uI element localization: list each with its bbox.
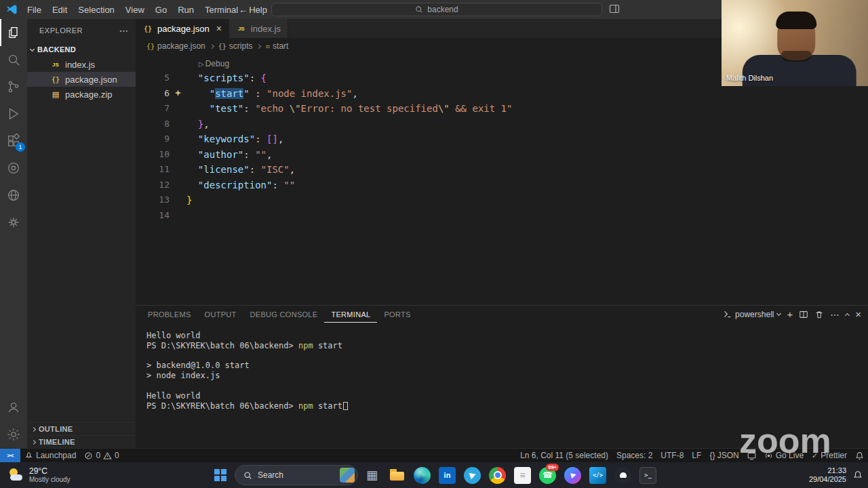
search-sidebar-icon[interactable] (0, 46, 27, 73)
accounts-icon[interactable] (0, 394, 27, 421)
taskbar-app-vscode[interactable] (585, 462, 610, 488)
source-control-icon[interactable] (0, 73, 27, 100)
taskbar-app-chrome[interactable] (485, 462, 510, 488)
screencast-icon[interactable] (743, 449, 760, 462)
indentation[interactable]: Spaces: 2 (612, 449, 656, 462)
weather-condition: Mostly cloudy (29, 476, 71, 484)
breadcrumb-package-json[interactable]: package.json (146, 41, 205, 51)
section-outline[interactable]: OUTLINE (27, 422, 136, 435)
panel-tab-problems[interactable]: PROBLEMS (141, 306, 198, 323)
taskbar-app-linkedin[interactable] (435, 462, 460, 488)
maximize-panel-icon[interactable] (846, 312, 849, 317)
forward-icon[interactable] (256, 4, 266, 15)
taskbar-app-whatsapp[interactable]: 99+ (535, 462, 560, 488)
taskbar-app-edge[interactable] (410, 462, 435, 488)
command-center-search[interactable]: backend (271, 3, 602, 16)
language-mode[interactable]: {} JSON (705, 449, 743, 462)
back-icon[interactable] (239, 4, 248, 15)
notifications-bell-icon[interactable] (851, 449, 868, 462)
panel-tab-ports[interactable]: PORTS (377, 306, 417, 323)
settings-gear-icon[interactable] (0, 421, 27, 448)
panel-tab-output[interactable]: OUTPUT (198, 306, 243, 323)
windows-logo-icon (214, 469, 226, 481)
taskbar-app-terminal[interactable] (635, 462, 660, 488)
messenger-icon (564, 467, 581, 484)
sparkle-icon (170, 89, 186, 98)
split-terminal-icon[interactable] (799, 310, 808, 319)
extensions-icon[interactable]: 1 (0, 127, 27, 155)
taskbar-app-messenger[interactable] (560, 462, 585, 488)
menu-run[interactable]: Run (172, 0, 199, 19)
notification-center-icon[interactable] (853, 470, 863, 480)
taskbar-app-github[interactable] (610, 462, 635, 488)
start-button[interactable] (208, 462, 233, 488)
tab-label: package.json (157, 24, 210, 34)
code-line-7[interactable]: 7 "test": "echo \"Error: no test specifi… (136, 101, 868, 117)
search-icon (243, 471, 252, 480)
close-panel-icon[interactable] (855, 309, 861, 319)
code-line-11[interactable]: 11 "license": "ISC", (136, 162, 868, 178)
file-package.zip[interactable]: package.zip (27, 87, 136, 102)
line-number: 6 (136, 86, 170, 102)
menu-terminal[interactable]: Terminal (199, 0, 243, 19)
panel-tab-terminal[interactable]: TERMINAL (324, 306, 377, 323)
code-lines: 5 "scripts": {6 "start" : "node index.js… (136, 70, 868, 223)
remote-explorer-icon[interactable] (0, 155, 27, 182)
menu-go[interactable]: Go (150, 0, 172, 19)
code-line-12[interactable]: 12 "description": "" (136, 178, 868, 193)
code-line-14[interactable]: 14 (136, 208, 868, 224)
line-content: "test": "echo \"Error: no test specified… (186, 101, 868, 117)
cursor-position[interactable]: Ln 6, Col 11 (5 selected) (516, 449, 612, 462)
prettier-item[interactable]: Prettier (808, 449, 851, 462)
launchpad-item[interactable]: Launchpad (20, 449, 80, 462)
taskbar-clock[interactable]: 21:33 29/04/2025 (809, 466, 846, 485)
file-label: package.json (65, 75, 117, 85)
remote-indicator[interactable] (0, 449, 20, 462)
menu-file[interactable]: File (22, 0, 47, 19)
search-value: backend (427, 5, 458, 14)
code-line-13[interactable]: 13} (136, 192, 868, 208)
code-line-8[interactable]: 8 }, (136, 117, 868, 132)
encoding[interactable]: UTF-8 (656, 449, 688, 462)
close-tab-icon[interactable] (214, 23, 222, 34)
explorer-header: EXPLORER (27, 19, 136, 42)
run-debug-icon[interactable] (0, 100, 27, 127)
file-package.json[interactable]: package.json (27, 72, 136, 87)
code-editor[interactable]: Debug 5 "scripts": {6 "start" : "node in… (136, 54, 868, 305)
taskbar-app-telegram[interactable] (460, 462, 485, 488)
menu-edit[interactable]: Edit (47, 0, 73, 19)
layout-icon[interactable] (609, 3, 624, 16)
taskbar-app-notes[interactable] (510, 462, 535, 488)
new-terminal-icon[interactable] (787, 309, 793, 319)
menu-selection[interactable]: Selection (73, 0, 119, 19)
code-line-6[interactable]: 6 "start" : "node index.js", (136, 86, 868, 102)
taskbar-app-task-view[interactable] (359, 462, 384, 488)
file-index.js[interactable]: index.js (27, 57, 136, 72)
panel-tab-debug-console[interactable]: DEBUG CONSOLE (243, 306, 325, 323)
eol-sequence[interactable]: LF (688, 449, 705, 462)
breadcrumb-start[interactable]: start (265, 41, 288, 51)
tab-package.json[interactable]: package.json (136, 19, 229, 38)
code-line-9[interactable]: 9 "keywords": [], (136, 131, 868, 147)
section-timeline[interactable]: TIMELINE (27, 435, 136, 448)
shell-selector[interactable]: powershell (723, 310, 781, 319)
property-symbol-icon (265, 42, 270, 51)
taskbar-search[interactable]: Search (235, 465, 358, 485)
weather-widget[interactable]: 29°C Mostly cloudy (3, 462, 76, 488)
breadcrumb-scripts[interactable]: scripts (218, 41, 253, 51)
folder-backend[interactable]: BACKEND (27, 42, 136, 57)
globe-icon[interactable] (0, 182, 27, 209)
explorer-icon[interactable] (0, 19, 27, 46)
taskbar-app-file-explorer[interactable] (384, 462, 410, 488)
tab-index.js[interactable]: index.js (229, 19, 288, 38)
plugin-icon[interactable] (0, 209, 27, 236)
menu-view[interactable]: View (120, 0, 150, 19)
webcam-overlay: Malith Dilshan (722, 0, 868, 86)
more-actions-icon[interactable] (119, 25, 130, 36)
problems-item[interactable]: 0 0 (80, 449, 123, 462)
kill-terminal-icon[interactable] (814, 310, 824, 319)
code-line-10[interactable]: 10 "author": "", (136, 147, 868, 163)
more-actions-icon[interactable] (830, 310, 840, 319)
terminal-output[interactable]: Hello worldPS D:\SKYREK\batch 06\backend… (146, 331, 861, 448)
go-live[interactable]: Go Live (760, 449, 808, 462)
